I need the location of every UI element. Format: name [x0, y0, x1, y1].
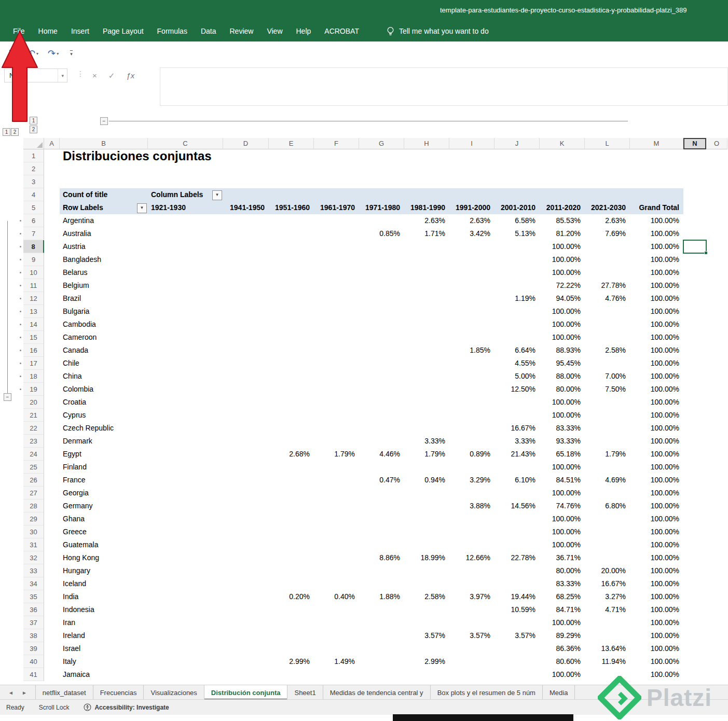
cell-N15[interactable] [683, 331, 706, 344]
redo-button[interactable]: ↷ ▾ [45, 48, 62, 59]
cell-H35[interactable]: 2.58% [404, 590, 449, 603]
cell-J15[interactable] [495, 331, 540, 344]
cell-M3[interactable] [630, 175, 683, 188]
cell-B10[interactable]: Belarus [60, 266, 148, 279]
cell-F23[interactable] [314, 435, 359, 448]
cell-B22[interactable]: Czech Republic [60, 422, 148, 435]
cell-N12[interactable] [683, 292, 706, 305]
row-header-20[interactable]: 20 [23, 396, 44, 409]
cell-M38[interactable]: 100.00% [630, 629, 683, 642]
column-header-C[interactable]: C [148, 138, 223, 149]
cell-K10[interactable]: 100.00% [540, 266, 585, 279]
cell-O25[interactable] [706, 461, 727, 474]
cell-G8[interactable] [359, 240, 404, 253]
cell-O13[interactable] [706, 305, 727, 318]
cell-G23[interactable] [359, 435, 404, 448]
cell-E1[interactable] [269, 149, 314, 162]
cell-F19[interactable] [314, 383, 359, 396]
cell-J17[interactable]: 4.55% [495, 357, 540, 370]
cell-C15[interactable] [148, 331, 223, 344]
cell-F11[interactable] [314, 279, 359, 292]
cell-L12[interactable]: 4.76% [585, 292, 630, 305]
cell-A4[interactable] [44, 188, 60, 201]
cell-N32[interactable] [683, 551, 706, 564]
row-header-21[interactable]: 21 [23, 409, 44, 422]
cell-H25[interactable] [404, 461, 449, 474]
cell-E40[interactable]: 2.99% [269, 655, 314, 668]
cell-K4[interactable] [540, 188, 585, 201]
cell-O2[interactable] [706, 162, 727, 175]
cell-J24[interactable]: 21.43% [495, 448, 540, 461]
cell-F9[interactable] [314, 253, 359, 266]
cell-H11[interactable] [404, 279, 449, 292]
cell-A15[interactable] [44, 331, 60, 344]
cell-N39[interactable] [683, 642, 706, 655]
cell-M2[interactable] [630, 162, 683, 175]
selected-cell-N8[interactable] [683, 240, 707, 254]
cell-B12[interactable]: Brazil [60, 292, 148, 305]
row-header-26[interactable]: 26 [23, 474, 44, 487]
cell-J8[interactable] [495, 240, 540, 253]
cell-J2[interactable] [495, 162, 540, 175]
cell-L9[interactable] [585, 253, 630, 266]
cell-J9[interactable] [495, 253, 540, 266]
cell-I3[interactable] [449, 175, 495, 188]
cell-N21[interactable] [683, 409, 706, 422]
cell-L10[interactable] [585, 266, 630, 279]
cell-I41[interactable] [449, 668, 495, 681]
cell-J12[interactable]: 1.19% [495, 292, 540, 305]
cell-K25[interactable]: 100.00% [540, 461, 585, 474]
cell-O30[interactable] [706, 525, 727, 538]
cell-E18[interactable] [269, 370, 314, 383]
row-header-9[interactable]: 9 [23, 253, 44, 266]
cell-C21[interactable] [148, 409, 223, 422]
cell-H39[interactable] [404, 642, 449, 655]
cell-I32[interactable]: 12.66% [449, 551, 495, 564]
cell-I33[interactable] [449, 564, 495, 577]
cell-A10[interactable] [44, 266, 60, 279]
cell-E36[interactable] [269, 603, 314, 616]
cell-B5[interactable]: ▼Row Labels [60, 201, 148, 214]
row-header-10[interactable]: 10 [23, 266, 44, 279]
cell-B30[interactable]: Greece [60, 525, 148, 538]
cell-L6[interactable]: 2.63% [585, 214, 630, 227]
cell-C3[interactable] [148, 175, 223, 188]
cell-F12[interactable] [314, 292, 359, 305]
cell-O33[interactable] [706, 564, 727, 577]
menu-insert[interactable]: Insert [64, 21, 96, 41]
cell-C4[interactable]: ▼Column Labels [148, 188, 223, 201]
cell-N40[interactable] [683, 655, 706, 668]
cell-C34[interactable] [148, 577, 223, 590]
row-header-30[interactable]: 30 [23, 525, 44, 538]
row-header-3[interactable]: 3 [23, 175, 44, 188]
cell-F18[interactable] [314, 370, 359, 383]
cell-D2[interactable] [223, 162, 269, 175]
cell-O6[interactable] [706, 214, 727, 227]
cell-L32[interactable] [585, 551, 630, 564]
cell-O35[interactable] [706, 590, 727, 603]
cell-L13[interactable] [585, 305, 630, 318]
menu-acrobat[interactable]: ACROBAT [318, 21, 366, 41]
cell-G15[interactable] [359, 331, 404, 344]
cell-A7[interactable] [44, 227, 60, 240]
cell-D9[interactable] [223, 253, 269, 266]
cell-F20[interactable] [314, 396, 359, 409]
cell-L11[interactable]: 27.78% [585, 279, 630, 292]
tab-sheet1[interactable]: Sheet1 [287, 685, 323, 700]
cell-E11[interactable] [269, 279, 314, 292]
cell-E32[interactable] [269, 551, 314, 564]
row-header-29[interactable]: 29 [23, 512, 44, 525]
cell-M4[interactable] [630, 188, 683, 201]
cell-C7[interactable] [148, 227, 223, 240]
cell-E27[interactable] [269, 487, 314, 500]
cell-I19[interactable] [449, 383, 495, 396]
row-header-1[interactable]: 1 [23, 149, 44, 162]
menu-help[interactable]: Help [290, 21, 318, 41]
cell-D29[interactable] [223, 512, 269, 525]
cell-C30[interactable] [148, 525, 223, 538]
row-header-32[interactable]: 32 [23, 551, 44, 564]
cell-L25[interactable] [585, 461, 630, 474]
cell-G39[interactable] [359, 642, 404, 655]
cell-O14[interactable] [706, 318, 727, 331]
cell-A22[interactable] [44, 422, 60, 435]
